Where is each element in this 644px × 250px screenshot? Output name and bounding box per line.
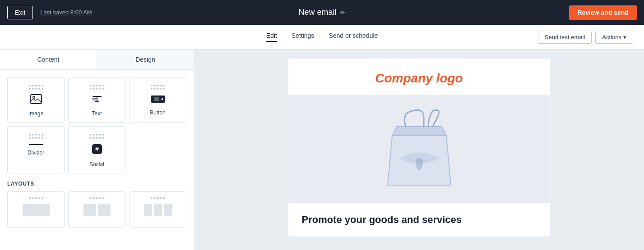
component-divider[interactable]: Divider	[7, 126, 65, 173]
social-icon: #	[91, 143, 103, 158]
sidebar: Content Design	[0, 50, 194, 250]
svg-text:#: #	[95, 145, 99, 153]
layouts-section: LAYOUTS	[0, 181, 194, 235]
actions-label: Actions	[602, 34, 621, 41]
divider-icon	[29, 143, 43, 146]
sidebar-tab-content[interactable]: Content	[0, 50, 97, 69]
svg-point-1	[32, 96, 34, 98]
button-icon	[150, 94, 166, 106]
layout-two-dots	[72, 197, 121, 199]
layout-three-preview	[133, 204, 182, 216]
edit-title-icon[interactable]: ✏	[340, 9, 346, 16]
component-divider-dots	[11, 134, 60, 139]
email-title-text: New email	[298, 8, 336, 17]
company-logo-text: Company logo	[297, 71, 541, 86]
layouts-title: LAYOUTS	[7, 181, 186, 187]
component-button[interactable]: Button	[129, 77, 186, 123]
component-social[interactable]: # Social	[68, 126, 125, 173]
product-bag-image	[379, 104, 460, 194]
component-text-dots	[72, 85, 121, 90]
review-send-button[interactable]: Review and send	[569, 5, 637, 20]
exit-button[interactable]: Exit	[7, 6, 33, 19]
actions-button[interactable]: Actions ▾	[595, 31, 633, 44]
top-bar-right: Review and send	[569, 5, 637, 20]
top-bar: Exit Last saved 8:00 AM New email ✏ Revi…	[0, 0, 644, 25]
component-social-dots	[72, 134, 121, 139]
email-canvas: Company logo	[288, 59, 550, 236]
social-label: Social	[89, 161, 104, 168]
sub-nav: Edit Settings Send or schedule Send test…	[0, 25, 644, 50]
text-icon	[91, 94, 103, 107]
svg-rect-3	[154, 97, 159, 101]
components-grid: Image Text	[0, 70, 194, 181]
tab-send-or-schedule[interactable]: Send or schedule	[329, 32, 378, 42]
promote-title: Promote your goods and services	[302, 214, 537, 226]
svg-rect-0	[31, 95, 42, 104]
component-text[interactable]: Text	[68, 77, 125, 123]
email-footer: Promote your goods and services	[288, 203, 550, 236]
sidebar-tab-design[interactable]: Design	[97, 50, 194, 69]
button-label: Button	[150, 109, 166, 116]
sidebar-tabs: Content Design	[0, 50, 194, 70]
component-button-dots	[133, 85, 182, 90]
sub-nav-actions: Send test email Actions ▾	[538, 31, 633, 44]
layout-three-col[interactable]	[129, 191, 186, 227]
canvas-area[interactable]: Company logo	[194, 50, 644, 250]
divider-label: Divider	[28, 150, 44, 156]
layout-single[interactable]	[7, 191, 65, 227]
layout-two-col[interactable]	[68, 191, 125, 227]
sub-nav-tabs: Edit Settings Send or schedule	[266, 32, 378, 42]
tab-edit[interactable]: Edit	[266, 32, 277, 42]
last-saved-link[interactable]: Last saved 8:00 AM	[40, 9, 92, 16]
image-label: Image	[28, 110, 43, 117]
main-layout: Content Design	[0, 50, 644, 250]
email-header: Company logo	[288, 59, 550, 95]
text-label: Text	[92, 110, 102, 117]
image-icon	[30, 94, 42, 107]
layout-two-preview	[72, 204, 121, 216]
tab-settings[interactable]: Settings	[292, 32, 315, 42]
email-title-area: New email ✏	[298, 8, 345, 17]
layouts-grid	[7, 191, 186, 227]
layout-three-dots	[133, 197, 182, 199]
component-image-dots	[11, 85, 60, 90]
component-image[interactable]: Image	[7, 77, 65, 123]
layout-single-preview	[11, 204, 60, 216]
product-image-block	[288, 95, 550, 203]
layout-single-dots	[11, 197, 60, 199]
actions-chevron-icon: ▾	[623, 34, 626, 41]
send-test-button[interactable]: Send test email	[538, 31, 592, 44]
